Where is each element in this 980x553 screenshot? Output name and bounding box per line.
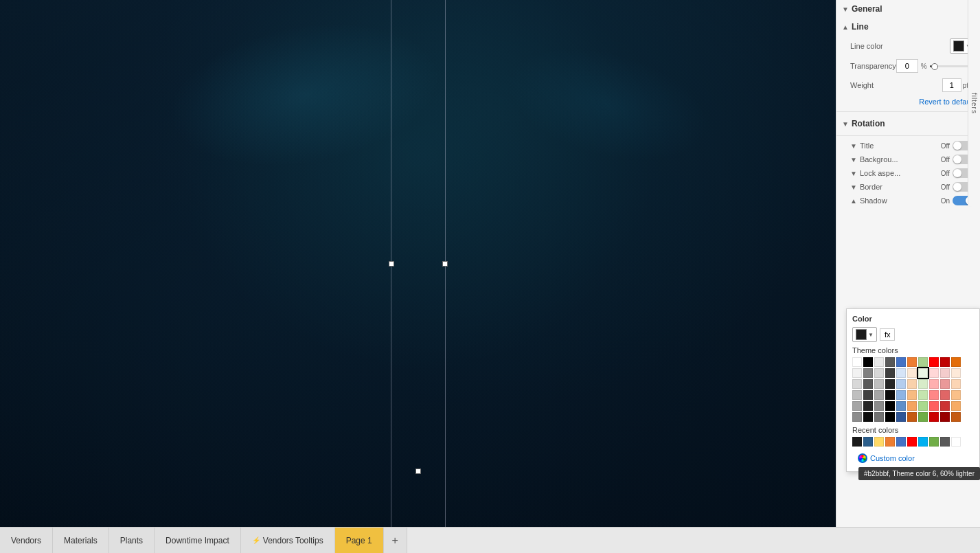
theme-color-cell-5-3[interactable] <box>885 412 895 422</box>
background-state: Off <box>941 156 950 163</box>
general-section-header[interactable]: ▼ General <box>836 0 980 18</box>
theme-color-cell-5-2[interactable] <box>874 412 884 422</box>
theme-color-cell-1-0[interactable] <box>852 368 862 378</box>
theme-color-cell-4-6[interactable] <box>918 401 928 411</box>
theme-color-cell-1-4[interactable] <box>896 368 906 378</box>
recent-color-cell-7[interactable] <box>929 437 939 447</box>
theme-color-cell-0-6[interactable] <box>918 357 928 367</box>
theme-color-cell-0-9[interactable] <box>951 357 961 367</box>
theme-color-cell-4-5[interactable] <box>907 401 917 411</box>
recent-color-cell-0[interactable] <box>852 437 862 447</box>
theme-color-cell-4-7[interactable] <box>929 401 939 411</box>
rotation-section-header[interactable]: ▼ Rotation <box>836 115 980 133</box>
tab-materials[interactable]: Materials <box>53 528 109 553</box>
theme-color-cell-0-3[interactable] <box>885 357 895 367</box>
color-swatch-button[interactable]: ▼ <box>852 327 877 342</box>
recent-color-cell-9[interactable] <box>951 437 961 447</box>
tab-vendors[interactable]: Vendors <box>0 528 53 553</box>
custom-color-button[interactable]: Custom color <box>852 451 974 466</box>
theme-color-cell-2-6[interactable] <box>918 379 928 389</box>
recent-color-cell-1[interactable] <box>863 437 873 447</box>
canvas-line-element[interactable] <box>391 0 446 527</box>
theme-color-cell-5-4[interactable] <box>896 412 906 422</box>
theme-color-cell-0-4[interactable] <box>896 357 906 367</box>
transparency-input[interactable] <box>896 59 918 73</box>
theme-color-cell-2-5[interactable] <box>907 379 917 389</box>
theme-color-cell-2-1[interactable] <box>863 379 873 389</box>
line-section-header[interactable]: ▲ Line <box>836 18 980 36</box>
handle-bottom[interactable] <box>415 469 421 474</box>
theme-color-cell-4-3[interactable] <box>885 401 895 411</box>
theme-color-cell-3-1[interactable] <box>863 390 873 400</box>
theme-color-cell-0-7[interactable] <box>929 357 939 367</box>
tab-downtime-impact[interactable]: Downtime Impact <box>155 528 241 553</box>
custom-color-icon <box>858 453 867 463</box>
theme-color-cell-1-8[interactable] <box>940 368 950 378</box>
theme-color-cell-1-7[interactable] <box>929 368 939 378</box>
theme-color-cell-2-9[interactable] <box>951 379 961 389</box>
recent-color-cell-6[interactable] <box>918 437 928 447</box>
theme-color-cell-1-3[interactable] <box>885 368 895 378</box>
theme-color-cell-5-5[interactable] <box>907 412 917 422</box>
theme-color-cell-3-8[interactable] <box>940 390 950 400</box>
theme-color-cell-3-6[interactable] <box>918 390 928 400</box>
recent-color-cell-5[interactable] <box>907 437 917 447</box>
border-knob <box>953 183 961 191</box>
recent-color-cell-3[interactable] <box>885 437 895 447</box>
tab-plants[interactable]: Plants <box>109 528 155 553</box>
theme-color-cell-0-8[interactable] <box>940 357 950 367</box>
theme-color-cell-2-3[interactable] <box>885 379 895 389</box>
recent-color-cell-8[interactable] <box>940 437 950 447</box>
theme-color-cell-4-8[interactable] <box>940 401 950 411</box>
theme-color-cell-4-9[interactable] <box>951 401 961 411</box>
theme-color-cell-3-5[interactable] <box>907 390 917 400</box>
theme-color-cell-0-5[interactable] <box>907 357 917 367</box>
recent-color-cell-2[interactable] <box>874 437 884 447</box>
weight-input[interactable] <box>942 78 961 92</box>
theme-color-cell-3-2[interactable] <box>874 390 884 400</box>
theme-color-cell-1-6[interactable] <box>918 368 928 378</box>
theme-color-cell-5-1[interactable] <box>863 412 873 422</box>
tab-page-1-label: Page 1 <box>346 536 372 545</box>
tab-vendors-tooltips[interactable]: ⚡ Vendors Tooltips <box>241 528 335 553</box>
theme-color-cell-1-5[interactable] <box>907 368 917 378</box>
tab-page-1[interactable]: Page 1 <box>335 528 384 553</box>
theme-color-cell-2-2[interactable] <box>874 379 884 389</box>
theme-color-cell-0-2[interactable] <box>874 357 884 367</box>
theme-color-cell-1-2[interactable] <box>874 368 884 378</box>
handle-right[interactable] <box>442 261 448 267</box>
theme-color-cell-5-6[interactable] <box>918 412 928 422</box>
theme-color-cell-5-0[interactable] <box>852 412 862 422</box>
theme-color-cell-3-3[interactable] <box>885 390 895 400</box>
handle-left[interactable] <box>389 261 394 267</box>
line-section-label: Line <box>852 22 869 32</box>
title-knob <box>953 142 961 150</box>
theme-color-cell-3-9[interactable] <box>951 390 961 400</box>
theme-color-cell-5-8[interactable] <box>940 412 950 422</box>
theme-color-cell-4-2[interactable] <box>874 401 884 411</box>
add-tab-button[interactable]: + <box>384 528 407 553</box>
theme-color-cell-3-7[interactable] <box>929 390 939 400</box>
theme-color-cell-1-9[interactable] <box>951 368 961 378</box>
theme-color-cell-2-8[interactable] <box>940 379 950 389</box>
revert-button[interactable]: Revert to default <box>836 95 980 109</box>
fx-button[interactable]: fx <box>880 328 896 341</box>
theme-color-cell-0-0[interactable] <box>852 357 862 367</box>
theme-color-cell-2-7[interactable] <box>929 379 939 389</box>
theme-color-cell-2-0[interactable] <box>852 379 862 389</box>
theme-color-cell-3-4[interactable] <box>896 390 906 400</box>
lock-aspect-toggle-row: ▼ Lock aspe... Off <box>836 166 980 180</box>
theme-color-cell-5-7[interactable] <box>929 412 939 422</box>
theme-color-cell-1-1[interactable] <box>863 368 873 378</box>
theme-color-cell-0-1[interactable] <box>863 357 873 367</box>
theme-color-cell-2-4[interactable] <box>896 379 906 389</box>
canvas-area <box>0 0 836 527</box>
theme-color-cell-3-0[interactable] <box>852 390 862 400</box>
theme-color-cell-4-0[interactable] <box>852 401 862 411</box>
general-section-label: General <box>852 4 882 14</box>
transparency-thumb[interactable] <box>931 63 938 70</box>
theme-color-cell-4-4[interactable] <box>896 401 906 411</box>
theme-color-cell-4-1[interactable] <box>863 401 873 411</box>
recent-color-cell-4[interactable] <box>896 437 906 447</box>
theme-color-cell-5-9[interactable] <box>951 412 961 422</box>
